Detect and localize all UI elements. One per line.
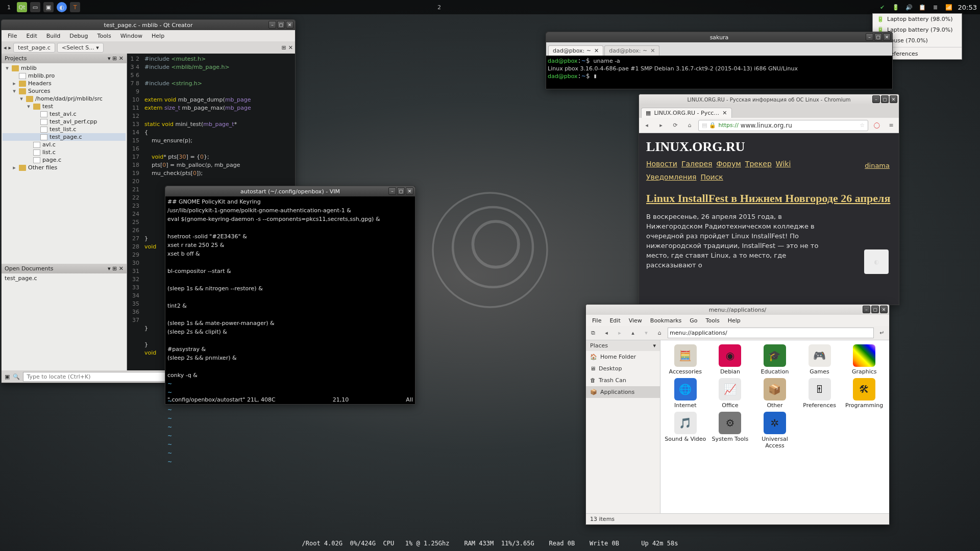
place-applications[interactable]: 📦Applications (586, 386, 660, 398)
sakura-titlebar[interactable]: sakura – ▢ ✕ (546, 32, 892, 42)
tree-node[interactable]: ▾/home/dad/prj/mblib/src (3, 95, 126, 103)
menu-tools[interactable]: Tools (93, 32, 115, 40)
terminal-tab[interactable]: dad@pbox: ~✕ (548, 45, 603, 56)
menu-go[interactable]: Go (685, 316, 701, 325)
app-other[interactable]: 📦Other (754, 378, 796, 409)
nav-link[interactable]: Форум (716, 160, 741, 168)
new-tab-icon[interactable]: ⧉ (588, 328, 598, 338)
tab-close-icon[interactable]: ✕ (594, 47, 599, 54)
open-documents-list[interactable]: test_page.c (2, 273, 127, 370)
tray-volume-icon[interactable]: 🔊 (905, 3, 913, 11)
menu-bookmarks[interactable]: Bookmarks (646, 316, 685, 325)
go-icon[interactable]: ↵ (877, 328, 887, 338)
forward-button[interactable]: ▸ (655, 120, 667, 131)
menu-file[interactable]: File (4, 32, 21, 40)
path-input[interactable] (668, 328, 874, 338)
place-trash-can[interactable]: 🗑Trash Can (586, 374, 660, 386)
battery-popup-item[interactable]: 🔋Laptop battery (98.0%) (873, 14, 962, 24)
maximize-button[interactable]: ▢ (881, 95, 889, 103)
terminal-output[interactable]: dad@pbox:~$ uname -a Linux pbox 3.16.0-4… (546, 56, 892, 82)
app-office[interactable]: 📈Office (709, 378, 751, 409)
minimize-button[interactable]: – (872, 95, 880, 103)
menu-window[interactable]: Window (116, 32, 146, 40)
tree-node[interactable]: ▾mblib (3, 64, 126, 72)
menu-help[interactable]: Help (724, 316, 745, 325)
close-tab-icon[interactable]: ✕ (288, 44, 293, 51)
site-logo[interactable]: LINUX.ORG.RU (646, 139, 892, 155)
app-education[interactable]: 🎓Education (754, 344, 796, 375)
nav-link[interactable]: Трекер (745, 160, 772, 168)
maximize-button[interactable]: ▢ (397, 187, 405, 195)
split-icon[interactable]: ⊞ (282, 44, 286, 51)
tree-node[interactable]: page.c (3, 156, 126, 164)
tray-sync-icon[interactable]: ✔ (878, 3, 887, 11)
nav-link[interactable]: Wiki (776, 160, 791, 168)
nav-back-icon[interactable]: ◂ (4, 44, 7, 51)
vim-buffer[interactable]: ## GNOME PolicyKit and Keyring /usr/lib/… (165, 196, 415, 467)
username-link[interactable]: dinama (865, 162, 890, 169)
tree-node[interactable]: ▾test (3, 103, 126, 110)
app-system-tools[interactable]: ⚙System Tools (709, 412, 751, 449)
tree-node[interactable]: ▸Other files (3, 164, 126, 171)
menu-debug[interactable]: Debug (65, 32, 92, 40)
nav-fwd-icon[interactable]: ▸ (615, 328, 625, 338)
tray-wifi-icon[interactable]: 📶 (945, 3, 953, 11)
nav-link[interactable]: Поиск (700, 173, 723, 181)
tree-node[interactable]: mblib.pro (3, 72, 126, 80)
tree-node[interactable]: test_avl_perf.cpp (3, 118, 126, 126)
minimize-button[interactable]: – (863, 306, 870, 313)
chevron-down-icon[interactable]: ▾ (653, 342, 656, 349)
nav-link[interactable]: Уведомления (646, 173, 696, 181)
qtcreator-titlebar[interactable]: test_page.c - mblib - Qt Creator – ▢ ✕ (2, 20, 295, 30)
panel-controls[interactable]: ▾ ⊞ ✕ (108, 265, 124, 272)
menu-tools[interactable]: Tools (702, 316, 724, 325)
maximize-button[interactable]: ▢ (871, 306, 879, 313)
tray-clipboard-icon[interactable]: 📋 (918, 3, 926, 11)
tree-node[interactable]: list.c (3, 148, 126, 156)
nav-back-icon[interactable]: ◂ (601, 328, 611, 338)
close-button[interactable]: ✕ (880, 306, 888, 313)
menu-edit[interactable]: Edit (605, 316, 624, 325)
select-symbol-dropdown[interactable]: <Select S... ▾ (57, 43, 104, 53)
menu-file[interactable]: File (588, 316, 605, 325)
clock[interactable]: 20:53 (958, 4, 977, 11)
menu-icon[interactable]: ≡ (886, 120, 897, 131)
app-programming[interactable]: 🛠Programming (843, 378, 885, 409)
app-terminal-icon[interactable]: ▣ (43, 2, 54, 12)
menu-help[interactable]: Help (148, 32, 168, 40)
place-desktop[interactable]: 🖥Desktop (586, 363, 660, 374)
output-toggle-icon[interactable]: ▣ (5, 373, 10, 380)
home-icon[interactable]: ⌂ (654, 328, 665, 338)
back-button[interactable]: ◂ (641, 120, 652, 131)
maximize-button[interactable]: ▢ (277, 21, 285, 29)
tab-close-icon[interactable]: ✕ (722, 110, 727, 116)
tree-node[interactable]: test_page.c (3, 133, 126, 141)
browser-tab[interactable]: ▦LINUX.ORG.RU - Русс…✕ (641, 108, 732, 118)
nav-fwd-icon[interactable]: ▸ (9, 44, 12, 51)
minimize-button[interactable]: – (866, 33, 873, 41)
url-input[interactable] (741, 122, 857, 129)
app-files-icon[interactable]: ▭ (30, 2, 40, 12)
workspace-1[interactable]: 1 (7, 4, 11, 11)
tray-battery-icon[interactable]: 🔋 (892, 3, 900, 11)
nav-link[interactable]: Новости (646, 160, 677, 168)
close-button[interactable]: ✕ (406, 187, 413, 195)
close-button[interactable]: ✕ (286, 21, 293, 29)
place-home-folder[interactable]: 🏠Home Folder (586, 351, 660, 363)
app-games[interactable]: 🎮Games (799, 344, 841, 375)
app-debian[interactable]: ◉Debian (709, 344, 751, 375)
nav-link[interactable]: Галерея (681, 160, 713, 168)
tree-node[interactable]: avl.c (3, 141, 126, 148)
app-sound---video[interactable]: 🎵Sound & Video (665, 412, 706, 449)
app-editor-icon[interactable]: T (70, 2, 80, 12)
app-internet[interactable]: 🌐Internet (665, 378, 706, 409)
maximize-button[interactable]: ▢ (874, 33, 882, 41)
vim-titlebar[interactable]: autostart (~/.config/openbox) - VIM – ▢ … (165, 186, 415, 196)
minimize-button[interactable]: – (388, 187, 396, 195)
workspace-2[interactable]: 2 (437, 4, 441, 11)
addressbar[interactable]: ▤ 🔒 https:// ☆ (698, 120, 868, 131)
app-universal-access[interactable]: ✲Universal Access (754, 412, 796, 449)
app-chromium-icon[interactable]: ◐ (57, 2, 67, 12)
tree-node[interactable]: ▸Headers (3, 80, 126, 87)
tree-node[interactable]: test_list.c (3, 126, 126, 133)
